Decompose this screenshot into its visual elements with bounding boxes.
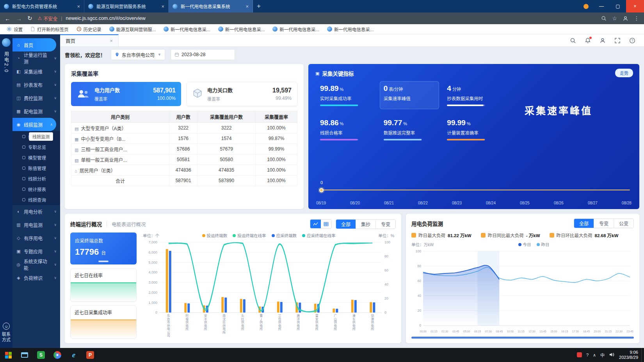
trend-point[interactable] (319, 188, 324, 192)
window-close-button[interactable]: × (626, 0, 644, 12)
sidebar-item-4[interactable]: ◫费控监测∨ (12, 91, 60, 105)
address-bar[interactable]: ⚠不安全 | neweic.js.sgcc.com.cn/#/oc/overvi… (38, 15, 596, 22)
window-minimize-button[interactable]: — (593, 0, 610, 12)
date-picker[interactable]: 2023-08-28 (171, 49, 235, 60)
page-tab-close-icon[interactable]: × (110, 38, 113, 44)
kpi-metric[interactable]: 99.77%数据推送完整率 (380, 115, 439, 144)
org-select[interactable]: 东台市供电公司 ▼ (111, 49, 165, 60)
page-tab-home[interactable]: 首页 × (60, 34, 119, 46)
tray-item-volume[interactable] (609, 352, 614, 358)
kpi-metric[interactable]: 99.89%实时采集成功率 (316, 81, 376, 109)
bookmark-item[interactable]: 新一代用电信息采... (324, 25, 377, 33)
taskbar-app-start[interactable] (0, 348, 16, 362)
tab-terminal-overview[interactable]: 终端运行概况 (70, 220, 102, 228)
taskbar-app-ie[interactable]: e (66, 348, 82, 362)
sidebar-item-10[interactable]: ▣专题应用∨ (12, 245, 60, 258)
user-icon[interactable] (600, 37, 606, 44)
taskbar-app-wps[interactable]: S (33, 348, 49, 362)
profile-avatar-icon[interactable] (623, 16, 628, 21)
bookmark-item[interactable]: 设置 (3, 25, 26, 33)
bookmark-item[interactable]: 新一代用电信息采... (269, 25, 323, 33)
success-rate-card[interactable]: 近七日采集成功率 (70, 305, 137, 339)
bookmark-item[interactable]: 新一代用电信息采... (160, 25, 214, 33)
power-users-card[interactable]: 电力用户数 覆盖率 587,901 100.00% (71, 82, 181, 106)
kpi-metric[interactable]: 4分钟抄表数据采集用时 (443, 81, 503, 109)
forward-button[interactable]: → (16, 15, 22, 22)
tray-item-help[interactable]: ? (586, 353, 589, 357)
sidebar-subitem-1[interactable]: 专职总览 (12, 142, 60, 152)
taskbar-app-window[interactable] (16, 348, 33, 362)
power-gateways-card[interactable]: 电力关口数 覆盖率 19,597 99.49% (187, 82, 297, 106)
contact-block[interactable]: ☺ 联系方式 (2, 323, 11, 342)
tab-close-icon[interactable]: × (246, 4, 249, 9)
legend-item[interactable]: 昨日 (537, 241, 550, 247)
online-rate-card[interactable]: 近七日在线率 (70, 268, 137, 302)
zoom-icon[interactable] (601, 16, 607, 21)
table-view-button[interactable] (321, 220, 331, 228)
sidebar-item-0[interactable]: ⌂首页 (12, 38, 56, 51)
tray-item-red-app[interactable] (577, 352, 582, 358)
sidebar-item-11[interactable]: ◎系统支撑功能∨ (12, 258, 60, 271)
sidebar-subitem-6[interactable]: 线损查询 (12, 194, 60, 205)
sidebar-item-8[interactable]: ▥用电监测∨ (12, 218, 60, 231)
sidebar-item-6[interactable]: ◉线损监测∧ (12, 118, 56, 131)
legend-item[interactable]: 今日 (518, 241, 531, 247)
browser-tab[interactable]: 能源互联网营销服务系统× (84, 0, 169, 12)
taskbar-app-ppt[interactable]: P (82, 348, 98, 362)
sidebar-subitem-2[interactable]: 模型管理 (12, 152, 60, 163)
browser-tab[interactable]: 新一代用电信息采集系统× (169, 0, 253, 12)
legend-item[interactable]: 应采终端在线率 (302, 232, 336, 238)
segment-全部[interactable]: 全部 (336, 220, 356, 229)
terminal-total-card[interactable]: 应采终端总数 17796 台 (70, 232, 137, 264)
segment-集抄[interactable]: 集抄 (356, 220, 375, 229)
segment-专变[interactable]: 专变 (375, 220, 395, 229)
taskbar-app-chrome[interactable] (49, 348, 66, 362)
sidebar-subitem-4[interactable]: 线损分析 (12, 173, 60, 184)
kpi-metric[interactable]: 0表/分钟采集速率峰值 (380, 81, 439, 109)
tab-close-icon[interactable]: × (161, 4, 164, 9)
sidebar-item-9[interactable]: ◇有序用电∨ (12, 231, 60, 245)
back-button[interactable]: ← (5, 15, 11, 22)
kpi-metric[interactable]: 99.99%计量装置准确率 (443, 115, 503, 144)
browser-menu-icon[interactable]: ⋮ (634, 15, 639, 21)
bookmark-star-icon[interactable]: ☆ (612, 15, 617, 21)
tray-item-caret-up[interactable]: ∧ (593, 353, 596, 358)
sidebar-item-5[interactable]: ▦配电监测∨ (12, 105, 60, 118)
security-warning[interactable]: ⚠不安全 (38, 15, 58, 22)
help-icon[interactable]: ? (629, 37, 635, 44)
browser-update-icon[interactable] (584, 4, 589, 9)
fullscreen-icon[interactable] (614, 37, 621, 44)
segment-公变[interactable]: 公变 (614, 219, 633, 228)
segment-专变[interactable]: 专变 (594, 219, 614, 228)
notification-bell-icon[interactable] (585, 37, 591, 44)
chart-view-button[interactable] (310, 220, 321, 228)
bookmark-item[interactable]: 新一代用电信息采... (215, 25, 269, 33)
taskbar-clock[interactable]: 9:06 2023/8/29 (616, 350, 641, 360)
kpi-metric[interactable]: 98.86%线损合格率 (316, 115, 376, 144)
bookmark-item[interactable]: 能源互联网营销服... (106, 25, 160, 33)
legend-item[interactable]: 投运终端在线率 (233, 232, 266, 238)
trend-button[interactable]: 走势 (615, 69, 633, 77)
new-tab-button[interactable]: + (253, 0, 265, 12)
sidebar-item-3[interactable]: ▤抄表发布∨ (12, 78, 60, 91)
browser-tab[interactable]: 新型电力负荷管理系统× (0, 0, 84, 12)
tray-item-ime[interactable]: 中 (600, 352, 605, 358)
sidebar-subitem-5[interactable]: 统计报表 (12, 184, 60, 194)
refresh-button[interactable]: ↻ (27, 15, 32, 22)
sidebar-item-1[interactable]: ◔计量运行监测∨ (12, 51, 60, 65)
sidebar-subitem-0[interactable]: 线损总览线损监测 (12, 131, 60, 142)
tab-close-icon[interactable]: × (77, 4, 80, 9)
sidebar-item-7[interactable]: ◐用电分析∨ (12, 205, 60, 218)
segment-全部[interactable]: 全部 (574, 219, 594, 228)
sidebar-subitem-3[interactable]: 账值管理 (12, 163, 60, 173)
legend-item[interactable]: 投运终端数 (202, 232, 228, 238)
sidebar-item-12[interactable]: ◈负荷辨识∨ (12, 271, 60, 284)
legend-item[interactable]: 应采终端数 (272, 232, 297, 238)
search-icon[interactable] (570, 37, 576, 44)
tab-meter-overview[interactable]: 电能表运行概况 (112, 220, 146, 228)
bookmark-item[interactable]: 打开新的标签页 (27, 25, 72, 33)
chart-zoom-slider[interactable] (411, 337, 634, 339)
sidebar-item-2[interactable]: ◧采集运维∨ (12, 65, 60, 78)
bookmark-item[interactable]: 历史记录 (73, 25, 105, 33)
window-maximize-button[interactable]: ▢ (610, 0, 626, 12)
